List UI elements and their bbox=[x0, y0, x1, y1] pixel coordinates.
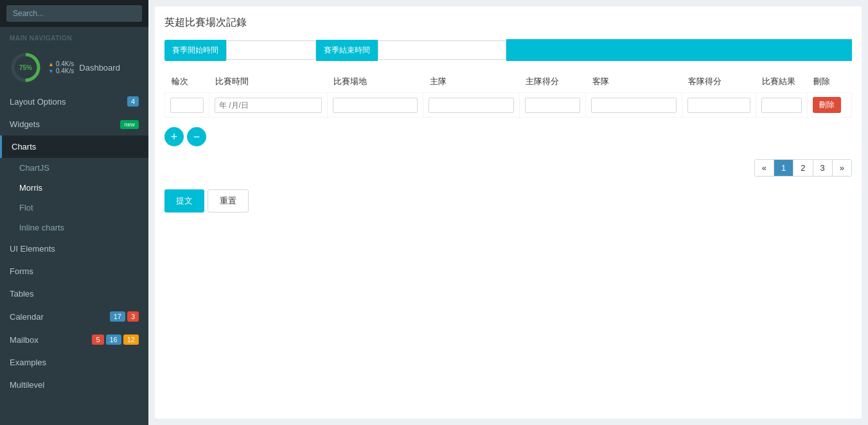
page-3-button[interactable]: 3 bbox=[813, 160, 833, 176]
date-filter-bar: 賽季開始時間 賽季結束時間 bbox=[164, 39, 852, 61]
sidebar-subitem-flot[interactable]: Flot bbox=[0, 198, 148, 218]
season-end-input[interactable] bbox=[378, 40, 506, 60]
dashboard-label: Dashboard bbox=[79, 63, 120, 73]
page-2-button[interactable]: 2 bbox=[793, 160, 813, 176]
calendar-badges: 17 3 bbox=[110, 311, 139, 322]
cell-time bbox=[209, 93, 327, 117]
cell-away-score bbox=[682, 93, 756, 117]
input-away[interactable] bbox=[591, 98, 676, 113]
delete-button[interactable]: 刪除 bbox=[813, 97, 841, 113]
cell-home bbox=[423, 93, 519, 117]
sidebar-item-dashboard[interactable]: 75% ▲ 0.4K/s ▼ 0.4K/s Dashboard bbox=[0, 45, 148, 90]
sidebar-subitem-inline-charts[interactable]: Inline charts bbox=[0, 218, 148, 238]
sidebar-item-multilevel[interactable]: Multilevel bbox=[0, 374, 148, 396]
ui-elements-label: UI Elements bbox=[10, 244, 55, 254]
page-prev-button[interactable]: « bbox=[755, 160, 774, 176]
sidebar-subitem-chartjs[interactable]: ChartJS bbox=[0, 158, 148, 178]
gauge-percent: 75% bbox=[19, 64, 32, 71]
calendar-badge-2: 3 bbox=[127, 311, 139, 322]
input-home[interactable] bbox=[429, 98, 513, 113]
cell-venue bbox=[327, 93, 423, 117]
page-title: 英超比賽場次記錄 bbox=[164, 16, 852, 30]
season-start-label: 賽季開始時間 bbox=[164, 40, 226, 61]
page-1-button[interactable]: 1 bbox=[774, 160, 793, 176]
search-input[interactable] bbox=[6, 5, 142, 22]
input-result[interactable] bbox=[761, 98, 802, 113]
sidebar-subitem-morris[interactable]: Morris bbox=[0, 178, 148, 198]
cell-result bbox=[756, 93, 807, 117]
th-venue: 比賽場地 bbox=[327, 71, 423, 93]
sidebar-item-mailbox[interactable]: Mailbox 5 16 12 bbox=[0, 328, 148, 351]
sidebar-item-charts[interactable]: Charts bbox=[0, 135, 148, 158]
mailbox-label: Mailbox bbox=[10, 335, 39, 345]
sidebar-item-examples[interactable]: Examples bbox=[0, 351, 148, 374]
charts-label: Charts bbox=[12, 142, 36, 152]
calendar-label: Calendar bbox=[10, 312, 44, 322]
forms-label: Forms bbox=[10, 266, 33, 276]
add-remove-buttons: + − bbox=[164, 127, 852, 146]
calendar-badge-1: 17 bbox=[110, 311, 125, 322]
records-table: 輪次 比賽時間 比賽場地 主隊 主隊得分 客隊 客隊得分 比賽結果 刪除 bbox=[164, 71, 852, 117]
add-row-button[interactable]: + bbox=[164, 127, 184, 146]
cell-away bbox=[586, 93, 682, 117]
pagination: « 1 2 3 » bbox=[164, 159, 852, 177]
download-speed: 0.4K/s bbox=[56, 67, 74, 74]
date-filter-fill bbox=[506, 39, 852, 61]
th-result: 比賽結果 bbox=[756, 71, 807, 93]
examples-label: Examples bbox=[10, 358, 46, 367]
mailbox-badge-1: 5 bbox=[92, 334, 103, 345]
main-content: 英超比賽場次記錄 賽季開始時間 賽季結束時間 輪次 比賽時間 比賽場地 主隊 主… bbox=[148, 0, 868, 425]
input-venue[interactable] bbox=[333, 98, 418, 113]
th-home: 主隊 bbox=[423, 71, 519, 93]
th-away: 客隊 bbox=[586, 71, 682, 93]
sidebar-item-forms[interactable]: Forms bbox=[0, 260, 148, 282]
input-round[interactable] bbox=[170, 98, 204, 113]
upload-speed: 0.4K/s bbox=[56, 60, 74, 67]
layout-options-label: Layout Options bbox=[10, 97, 66, 107]
input-away-score[interactable] bbox=[687, 98, 750, 113]
upload-arrow-icon: ▲ bbox=[48, 61, 54, 67]
sidebar-item-widgets[interactable]: Widgets new bbox=[0, 113, 148, 135]
layout-options-badge: 4 bbox=[127, 96, 139, 107]
reset-button[interactable]: 重置 bbox=[208, 189, 249, 212]
table-row: 刪除 bbox=[165, 93, 852, 117]
sidebar: MAIN NAVIGATION 75% ▲ 0.4K/s ▼ 0.4K/s Da… bbox=[0, 0, 148, 425]
cell-home-score bbox=[519, 93, 585, 117]
cell-round bbox=[165, 93, 209, 117]
sidebar-item-tables[interactable]: Tables bbox=[0, 282, 148, 305]
cell-delete: 刪除 bbox=[807, 93, 851, 117]
main-nav-label: MAIN NAVIGATION bbox=[0, 27, 148, 45]
page-nav: « 1 2 3 » bbox=[754, 159, 852, 177]
input-time[interactable] bbox=[215, 98, 322, 113]
sidebar-item-calendar[interactable]: Calendar 17 3 bbox=[0, 305, 148, 328]
season-start-input[interactable] bbox=[226, 40, 316, 60]
multilevel-label: Multilevel bbox=[10, 380, 44, 390]
th-round: 輪次 bbox=[165, 71, 209, 93]
sidebar-item-layout-options[interactable]: Layout Options 4 bbox=[0, 90, 148, 113]
widgets-label: Widgets bbox=[10, 119, 40, 129]
mailbox-badge-2: 16 bbox=[106, 334, 121, 345]
gauge-chart: 75% bbox=[10, 51, 42, 83]
th-time: 比賽時間 bbox=[209, 71, 327, 93]
season-end-label: 賽季結束時間 bbox=[316, 40, 378, 61]
th-delete: 刪除 bbox=[807, 71, 851, 93]
remove-row-button[interactable]: − bbox=[187, 127, 206, 146]
tables-label: Tables bbox=[10, 289, 34, 299]
search-container bbox=[0, 0, 148, 27]
mailbox-badge-3: 12 bbox=[123, 334, 139, 345]
submit-button[interactable]: 提文 bbox=[164, 189, 204, 212]
sidebar-item-ui-elements[interactable]: UI Elements bbox=[0, 238, 148, 260]
mailbox-badges: 5 16 12 bbox=[92, 334, 139, 345]
th-home-score: 主隊得分 bbox=[519, 71, 585, 93]
widgets-badge: new bbox=[120, 120, 139, 129]
content-area: 英超比賽場次記錄 賽季開始時間 賽季結束時間 輪次 比賽時間 比賽場地 主隊 主… bbox=[155, 6, 862, 419]
page-next-button[interactable]: » bbox=[833, 160, 851, 176]
input-home-score[interactable] bbox=[525, 98, 580, 113]
network-stats: ▲ 0.4K/s ▼ 0.4K/s bbox=[48, 60, 74, 74]
th-away-score: 客隊得分 bbox=[682, 71, 756, 93]
form-actions: 提文 重置 bbox=[164, 189, 852, 212]
download-arrow-icon: ▼ bbox=[48, 68, 54, 74]
